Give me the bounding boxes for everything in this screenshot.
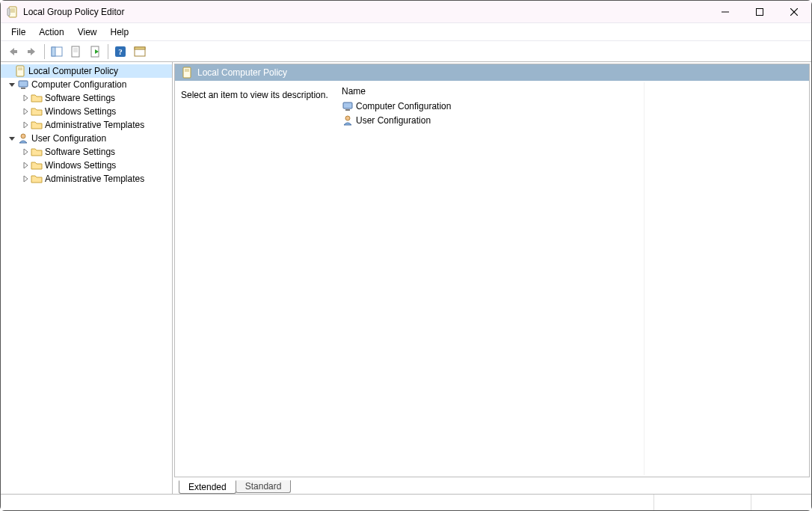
tree-node-windows-settings-user[interactable]: Windows Settings [1, 159, 172, 172]
menu-file[interactable]: File [5, 25, 31, 39]
svg-rect-24 [21, 88, 25, 89]
status-segment [654, 495, 751, 510]
tree-node-administrative-templates[interactable]: Administrative Templates [1, 118, 172, 132]
detail-header-title: Local Computer Policy [197, 67, 287, 78]
properties-button[interactable] [67, 43, 85, 60]
forward-button[interactable] [23, 43, 41, 60]
tree-label: Administrative Templates [45, 120, 144, 130]
expander-icon[interactable] [20, 106, 31, 117]
show-hide-tree-button[interactable] [48, 43, 66, 60]
folder-icon [31, 92, 43, 104]
tree-label: User Configuration [31, 133, 106, 144]
tree-node-software-settings[interactable]: Software Settings [1, 91, 172, 105]
export-list-button[interactable] [87, 43, 105, 60]
list-rows: Computer Configuration User Configuratio… [336, 99, 809, 127]
policy-doc-icon [181, 67, 193, 79]
svg-rect-26 [183, 67, 191, 78]
filter-button[interactable] [131, 43, 149, 60]
tab-label: Extended [188, 482, 227, 492]
tree-label: Windows Settings [45, 106, 116, 117]
svg-text:?: ? [118, 47, 123, 56]
tree-label: Windows Settings [45, 160, 116, 171]
folder-icon [31, 173, 43, 185]
detail-body: Select an item to view its description. … [175, 81, 809, 477]
menu-help[interactable]: Help [105, 25, 135, 39]
status-bar [1, 494, 811, 510]
help-button[interactable]: ? [111, 43, 129, 60]
expander-icon[interactable] [20, 93, 31, 103]
computer-icon [342, 100, 354, 112]
app-icon [7, 6, 19, 18]
minimize-button[interactable] [708, 1, 742, 22]
main-window: Local Group Policy Editor File Action Vi… [0, 0, 812, 511]
expander-icon[interactable] [7, 79, 17, 90]
tree-node-computer-configuration[interactable]: Computer Configuration [1, 78, 172, 91]
detail-tabs: Extended Standard [173, 479, 811, 494]
svg-rect-6 [757, 8, 763, 15]
tree-node-software-settings-user[interactable]: Software Settings [1, 145, 172, 159]
tab-extended[interactable]: Extended [179, 480, 236, 494]
svg-rect-19 [135, 47, 145, 49]
folder-icon [31, 105, 43, 117]
expander-icon[interactable] [20, 160, 31, 171]
list-header[interactable]: Name [336, 84, 809, 99]
user-icon [342, 114, 354, 126]
tab-standard[interactable]: Standard [236, 480, 292, 493]
expander-icon[interactable] [4, 66, 14, 76]
toolbar-separator-2 [108, 44, 108, 59]
folder-icon [31, 159, 43, 171]
list-column-divider[interactable] [644, 82, 645, 475]
list-item-label: User Configuration [356, 115, 431, 126]
svg-rect-29 [343, 102, 352, 108]
expander-icon[interactable] [20, 147, 31, 157]
menu-action[interactable]: Action [33, 25, 70, 39]
tree-label: Software Settings [45, 93, 115, 103]
list-item-computer-configuration[interactable]: Computer Configuration [336, 99, 809, 113]
expander-icon[interactable] [20, 174, 31, 184]
title-bar: Local Group Policy Editor [1, 1, 811, 23]
back-button[interactable] [4, 43, 22, 60]
svg-point-31 [345, 116, 350, 120]
navigation-tree[interactable]: Local Computer Policy Computer Configura… [1, 62, 173, 494]
window-controls [708, 1, 811, 22]
expander-icon[interactable] [7, 133, 17, 144]
toolbar: ? [1, 41, 811, 62]
policy-doc-icon [14, 65, 26, 77]
detail-header: Local Computer Policy [175, 64, 809, 81]
tree-label: Computer Configuration [31, 79, 126, 90]
maximize-button[interactable] [742, 1, 777, 22]
column-name[interactable]: Name [342, 86, 366, 97]
tree-node-windows-settings[interactable]: Windows Settings [1, 105, 172, 118]
svg-rect-10 [52, 47, 55, 56]
list-item-label: Computer Configuration [356, 101, 451, 111]
user-icon [17, 132, 29, 144]
tree-label: Local Computer Policy [28, 66, 118, 76]
tree-node-administrative-templates-user[interactable]: Administrative Templates [1, 172, 172, 186]
menu-view[interactable]: View [72, 25, 103, 39]
description-pane: Select an item to view its description. [175, 81, 336, 477]
folder-icon [31, 119, 43, 131]
svg-point-25 [21, 134, 25, 138]
toolbar-separator [44, 44, 45, 59]
svg-rect-4 [7, 8, 10, 16]
status-segment [751, 495, 811, 510]
tree-root-local-computer-policy[interactable]: Local Computer Policy [1, 64, 172, 78]
close-button[interactable] [777, 1, 811, 22]
detail-inner: Local Computer Policy Select an item to … [174, 64, 810, 477]
tree-node-user-configuration[interactable]: User Configuration [1, 132, 172, 145]
folder-icon [31, 146, 43, 158]
tree-label: Software Settings [45, 147, 115, 157]
menu-bar: File Action View Help [1, 23, 811, 41]
description-text: Select an item to view its description. [181, 90, 328, 100]
svg-rect-20 [16, 66, 24, 76]
status-segment [1, 495, 654, 510]
expander-icon[interactable] [20, 120, 31, 130]
detail-pane: Local Computer Policy Select an item to … [173, 62, 811, 494]
main-area: Local Computer Policy Computer Configura… [1, 62, 811, 494]
svg-rect-30 [345, 109, 350, 111]
svg-rect-23 [19, 81, 28, 87]
computer-icon [17, 79, 29, 91]
list-pane[interactable]: Name Computer Configuration [336, 81, 809, 477]
window-title: Local Group Policy Editor [23, 7, 708, 17]
list-item-user-configuration[interactable]: User Configuration [336, 113, 809, 127]
